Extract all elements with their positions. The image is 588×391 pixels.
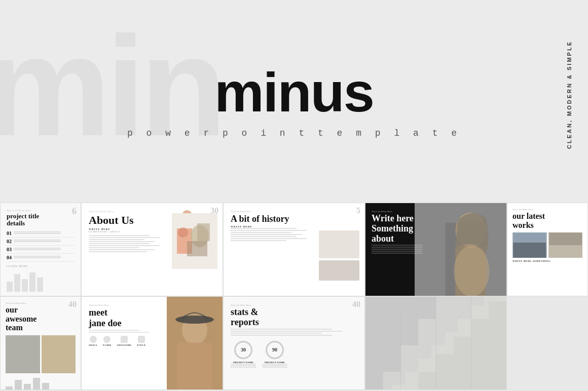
title-sub: —— bbox=[139, 346, 143, 349]
bar-item bbox=[22, 279, 28, 292]
slide-title: A bit of history bbox=[231, 214, 357, 224]
slide-title: ourawesometeam bbox=[6, 305, 76, 332]
text-lines bbox=[231, 329, 357, 336]
skill-sub: —— bbox=[91, 346, 95, 349]
slide-meet-jane-doe: 17 You Can Write Here meetjane doe SKILL… bbox=[81, 296, 223, 390]
bar-item bbox=[14, 274, 20, 292]
work-images bbox=[512, 232, 582, 258]
portrait-image bbox=[415, 203, 506, 296]
slide-tag: You Can Write Here bbox=[512, 208, 582, 211]
name-sub: —— bbox=[105, 346, 109, 349]
stats-row: 30 PROJECT NAME 90 PROJECT NAME bbox=[231, 341, 357, 368]
slide-team-left: 40 You Can Write Here ourawesometeam bbox=[0, 296, 81, 390]
slide-items: 01 02 03 04 bbox=[7, 229, 75, 262]
slide-stats-reports: 40 You Can Write Here stats &reports 30 … bbox=[223, 296, 365, 390]
slide-title: Write hereSomethingabout bbox=[372, 214, 422, 244]
slide-title: our latestworks bbox=[512, 212, 582, 229]
icon-awesome: AWESOME —— bbox=[117, 336, 132, 349]
awesome-icon bbox=[121, 336, 128, 343]
icon-name: NAME —— bbox=[103, 336, 112, 349]
bar-item bbox=[29, 272, 35, 292]
slide-tag: You Can Write Here bbox=[372, 210, 422, 213]
hero-section: min minus p o w e r p o i n t t e m p l … bbox=[0, 0, 588, 203]
slide-title: stats &reports bbox=[231, 307, 357, 328]
product-image bbox=[319, 260, 359, 281]
hero-subtitle: p o w e r p o i n t t e m p l a t e bbox=[127, 128, 461, 138]
product-image bbox=[319, 230, 359, 258]
write-here-label: WRITE HERE SOMETHING bbox=[512, 260, 582, 262]
item-row: 01 bbox=[7, 229, 75, 238]
hero-title: minus bbox=[214, 64, 374, 120]
svg-rect-14 bbox=[549, 232, 582, 245]
svg-rect-17 bbox=[177, 342, 212, 390]
bar-item bbox=[6, 386, 13, 390]
item-row: 04 bbox=[7, 254, 75, 262]
slide-tag: You Can Write Here bbox=[7, 209, 75, 212]
slide-tag: You Can Write Here bbox=[231, 304, 357, 306]
bar-item bbox=[33, 378, 40, 390]
svg-point-18 bbox=[175, 316, 214, 324]
bar-item bbox=[37, 278, 43, 292]
svg-rect-12 bbox=[513, 243, 546, 258]
stat-circle-90: 90 bbox=[266, 341, 284, 359]
slide-tag: You Can Write Here bbox=[89, 210, 215, 213]
slide-title: project titledetails bbox=[7, 213, 75, 227]
slide-architecture bbox=[365, 296, 507, 390]
icon-skill: SKILL —— bbox=[89, 336, 98, 349]
learn-more-link: LEARN MORE bbox=[7, 265, 75, 267]
text-lines bbox=[372, 245, 422, 254]
name-icon bbox=[103, 336, 111, 343]
team-photos bbox=[6, 335, 76, 373]
item-row: 02 bbox=[7, 238, 75, 246]
artwork-image bbox=[172, 213, 217, 269]
stat-lines bbox=[231, 364, 256, 368]
slide-about-us: 30 You Can Write Here About Us WRITE HER… bbox=[81, 203, 223, 296]
bar-chart bbox=[7, 271, 75, 292]
slide-history: 5 You Can Write Here A bit of history WR… bbox=[223, 203, 365, 296]
jane-doe-photo bbox=[167, 297, 223, 389]
title-icon bbox=[138, 336, 145, 343]
slide-tag: You Can Write Here bbox=[231, 210, 357, 213]
skill-icon bbox=[90, 336, 97, 343]
product-images bbox=[319, 230, 359, 281]
bar-item bbox=[24, 384, 31, 390]
stat-item-1: 30 PROJECT NAME bbox=[231, 341, 256, 368]
stat-circle-30: 30 bbox=[234, 341, 252, 359]
slide-write-here-dark: You Can Write Here Write hereSomethingab… bbox=[365, 203, 507, 296]
svg-point-4 bbox=[178, 227, 188, 238]
vertical-tagline: CLEAN, MODERN & SIMPLE bbox=[566, 41, 573, 149]
bar-item bbox=[15, 380, 22, 390]
team-photo bbox=[6, 335, 40, 373]
svg-rect-5 bbox=[197, 223, 210, 241]
work-image bbox=[548, 232, 583, 258]
slide-content: You Can Write Here Write hereSomethingab… bbox=[372, 210, 422, 255]
svg-point-10 bbox=[454, 246, 490, 296]
team-photo bbox=[42, 335, 76, 373]
bar-item bbox=[42, 383, 49, 390]
stat-lines bbox=[262, 364, 287, 368]
slide-tag: You Can Write Here bbox=[6, 302, 76, 304]
slide-number: 6 bbox=[72, 206, 77, 217]
item-row: 03 bbox=[7, 246, 75, 254]
work-image bbox=[512, 232, 547, 258]
slide-project-details: 6 You Can Write Here project titledetail… bbox=[0, 203, 81, 296]
bar-item bbox=[7, 282, 13, 292]
slide-number: 40 bbox=[352, 300, 360, 309]
stat-item-2: 90 PROJECT NAME bbox=[262, 341, 287, 368]
bar-chart bbox=[6, 376, 76, 390]
slides-grid: 6 You Can Write Here project titledetail… bbox=[0, 203, 588, 390]
slide-number: 40 bbox=[68, 300, 77, 309]
icon-title: TITLE —— bbox=[137, 336, 146, 349]
svg-rect-3 bbox=[187, 241, 207, 256]
slide-latest-works: You Can Write Here our latestworks WRITE… bbox=[507, 203, 588, 296]
slide-number: 5 bbox=[356, 206, 360, 215]
awesome-sub: —— bbox=[122, 346, 126, 349]
